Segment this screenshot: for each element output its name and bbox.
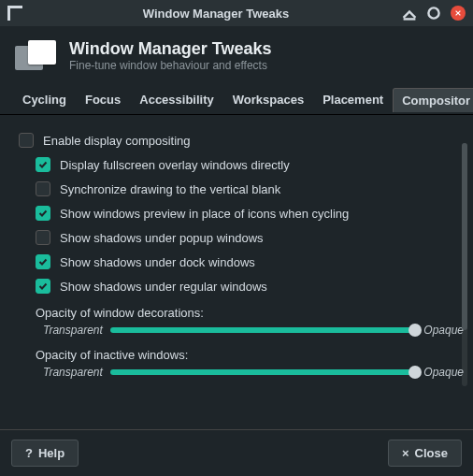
close-x-icon: × bbox=[402, 446, 409, 460]
option-label: Show shadows under dock windows bbox=[60, 255, 255, 269]
page-subtitle: Fine-tune window behaviour and effects bbox=[69, 59, 272, 72]
option-label: Show shadows under popup windows bbox=[60, 231, 264, 245]
slider-max-label: Opaque bbox=[423, 324, 464, 337]
option-label: Synchronize drawing to the vertical blan… bbox=[60, 182, 280, 196]
tab-compositor[interactable]: Compositor bbox=[393, 88, 473, 112]
slider-thumb[interactable] bbox=[408, 366, 422, 379]
option-row: Show shadows under dock windows bbox=[19, 250, 464, 274]
option-row: Display fullscreen overlay windows direc… bbox=[19, 152, 464, 177]
option-row: Show windows preview in place of icons w… bbox=[19, 201, 464, 225]
scrollbar-thumb[interactable] bbox=[462, 143, 467, 330]
window-title: Window Manager Tweaks bbox=[30, 7, 402, 21]
option-row: Show shadows under regular windows bbox=[19, 274, 464, 298]
help-button[interactable]: ? Help bbox=[11, 440, 79, 467]
tab-focus[interactable]: Focus bbox=[76, 87, 130, 112]
footer: ? Help × Close bbox=[0, 429, 473, 476]
option-label: Display fullscreen overlay windows direc… bbox=[60, 158, 290, 172]
header: Window Manager Tweaks Fine-tune window b… bbox=[0, 26, 473, 85]
checkbox-enable-compositing[interactable] bbox=[19, 133, 34, 148]
scrollbar[interactable] bbox=[462, 143, 467, 386]
tab-workspaces[interactable]: Workspaces bbox=[223, 87, 313, 112]
svg-point-1 bbox=[428, 7, 438, 18]
option-row: Show shadows under popup windows bbox=[19, 225, 464, 250]
tab-panel-compositor: Enable display compositing Display fulls… bbox=[0, 115, 473, 416]
slider-thumb[interactable] bbox=[408, 324, 422, 337]
option-enable-compositing: Enable display compositing bbox=[19, 128, 464, 152]
tab-placement[interactable]: Placement bbox=[313, 87, 393, 112]
slider-min-label: Transparent bbox=[43, 366, 103, 379]
slider-track[interactable] bbox=[110, 369, 416, 375]
slider-track[interactable] bbox=[110, 327, 416, 333]
slider-max-label: Opaque bbox=[423, 366, 464, 379]
tab-cycling[interactable]: Cycling bbox=[13, 87, 76, 112]
minimize-icon[interactable] bbox=[402, 6, 417, 21]
slider-min-label: Transparent bbox=[43, 324, 103, 337]
checkbox-fullscreen-overlay[interactable] bbox=[36, 157, 50, 172]
page-title: Window Manager Tweaks bbox=[69, 39, 272, 59]
checkbox-shadow-popup[interactable] bbox=[36, 230, 50, 245]
checkbox-shadow-regular[interactable] bbox=[36, 279, 50, 294]
tab-accessibility[interactable]: Accessibility bbox=[130, 87, 223, 112]
slider-label-decorations: Opacity of window decorations: bbox=[19, 298, 464, 322]
window-controls bbox=[402, 6, 466, 21]
slider-decorations: Transparent Opaque bbox=[19, 322, 464, 340]
slider-inactive: Transparent Opaque bbox=[19, 364, 464, 382]
checkbox-sync-vblank[interactable] bbox=[36, 181, 50, 196]
title-bar: Window Manager Tweaks bbox=[0, 0, 473, 26]
header-text: Window Manager Tweaks Fine-tune window b… bbox=[69, 39, 272, 72]
help-label: Help bbox=[38, 446, 64, 460]
checkbox-preview-cycling[interactable] bbox=[36, 206, 50, 221]
close-label: Close bbox=[415, 446, 448, 460]
close-icon[interactable] bbox=[451, 6, 466, 21]
slider-label-inactive: Opacity of inactive windows: bbox=[19, 340, 464, 364]
tab-bar: Cycling Focus Accessibility Workspaces P… bbox=[0, 85, 473, 115]
close-button[interactable]: × Close bbox=[388, 440, 462, 467]
option-label: Show windows preview in place of icons w… bbox=[60, 207, 349, 221]
app-icon bbox=[7, 6, 22, 21]
maximize-icon[interactable] bbox=[426, 6, 441, 21]
windows-icon bbox=[15, 40, 56, 72]
help-icon: ? bbox=[25, 446, 33, 460]
option-label: Enable display compositing bbox=[43, 134, 191, 148]
checkbox-shadow-dock[interactable] bbox=[36, 254, 50, 269]
option-row: Synchronize drawing to the vertical blan… bbox=[19, 177, 464, 201]
option-label: Show shadows under regular windows bbox=[60, 280, 267, 294]
